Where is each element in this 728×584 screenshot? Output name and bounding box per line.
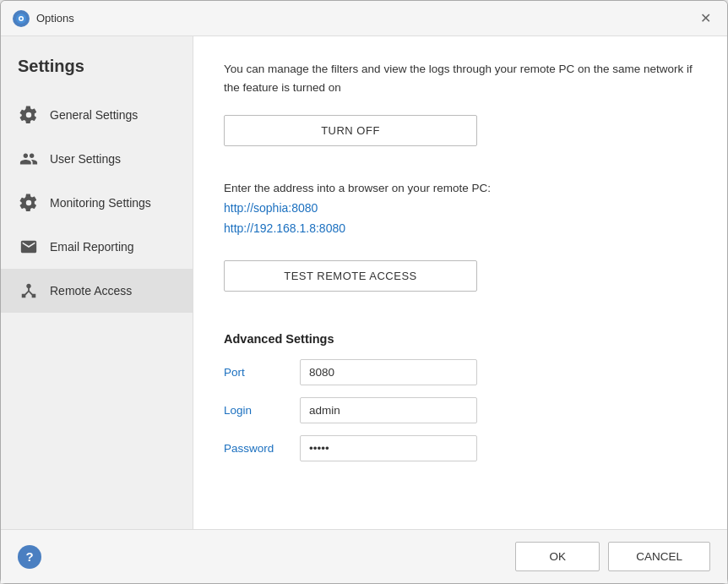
- address-prompt: Enter the address into a browser on your…: [224, 182, 697, 194]
- options-window: Options ✕ Settings General Settings User…: [0, 0, 728, 584]
- login-label: Login: [224, 404, 300, 417]
- sidebar-item-label: General Settings: [50, 108, 138, 122]
- remote-link-2[interactable]: http://192.168.1.8:8080: [224, 221, 697, 235]
- sidebar-item-general-settings[interactable]: General Settings: [1, 93, 193, 137]
- sidebar-item-monitoring-settings[interactable]: Monitoring Settings: [1, 181, 193, 225]
- port-label: Port: [224, 366, 300, 379]
- turn-off-button[interactable]: TURN OFF: [224, 115, 477, 146]
- title-bar-left: Options: [13, 10, 74, 27]
- sidebar-item-label: User Settings: [50, 152, 121, 166]
- cancel-button[interactable]: CANCEL: [608, 542, 710, 571]
- info-text: You can manage the filters and view the …: [224, 60, 697, 96]
- sidebar-item-label: Remote Access: [50, 284, 132, 297]
- close-button[interactable]: ✕: [695, 8, 715, 29]
- login-field-row: Login: [224, 397, 697, 423]
- network-icon: [18, 280, 40, 302]
- password-field-row: Password: [224, 435, 697, 461]
- port-field-row: Port: [224, 359, 697, 385]
- test-remote-access-button[interactable]: TEST REMOTE ACCESS: [224, 260, 477, 292]
- sidebar-item-user-settings[interactable]: User Settings: [1, 137, 193, 181]
- test-access-section: TEST REMOTE ACCESS: [224, 260, 697, 292]
- monitoring-icon: [18, 192, 40, 214]
- app-icon: [13, 10, 30, 27]
- remote-link-1[interactable]: http://sophia:8080: [224, 201, 697, 215]
- remote-address-section: Enter the address into a browser on your…: [224, 163, 697, 242]
- footer-left: ?: [18, 545, 41, 569]
- title-bar: Options ✕: [1, 1, 727, 36]
- password-input[interactable]: [300, 435, 477, 461]
- sidebar: Settings General Settings User Settings: [1, 36, 193, 529]
- gear-icon: [18, 104, 40, 126]
- sidebar-item-label: Email Reporting: [50, 240, 134, 254]
- main-content: You can manage the filters and view the …: [193, 36, 727, 529]
- turn-off-section: TURN OFF: [224, 115, 697, 146]
- sidebar-item-remote-access[interactable]: Remote Access: [1, 269, 193, 313]
- help-button[interactable]: ?: [18, 545, 41, 569]
- footer: ? OK CANCEL: [1, 529, 727, 583]
- sidebar-heading: Settings: [1, 45, 193, 93]
- email-icon: [18, 236, 40, 258]
- sidebar-item-email-reporting[interactable]: Email Reporting: [1, 225, 193, 269]
- port-input[interactable]: [300, 359, 477, 385]
- sidebar-item-label: Monitoring Settings: [50, 196, 151, 210]
- login-input[interactable]: [300, 397, 477, 423]
- window-title: Options: [36, 12, 74, 25]
- password-label: Password: [224, 442, 300, 455]
- window-body: Settings General Settings User Settings: [1, 36, 727, 529]
- ok-button[interactable]: OK: [515, 542, 600, 571]
- svg-point-2: [20, 17, 23, 19]
- users-icon: [18, 148, 40, 170]
- advanced-settings-title: Advanced Settings: [224, 332, 697, 346]
